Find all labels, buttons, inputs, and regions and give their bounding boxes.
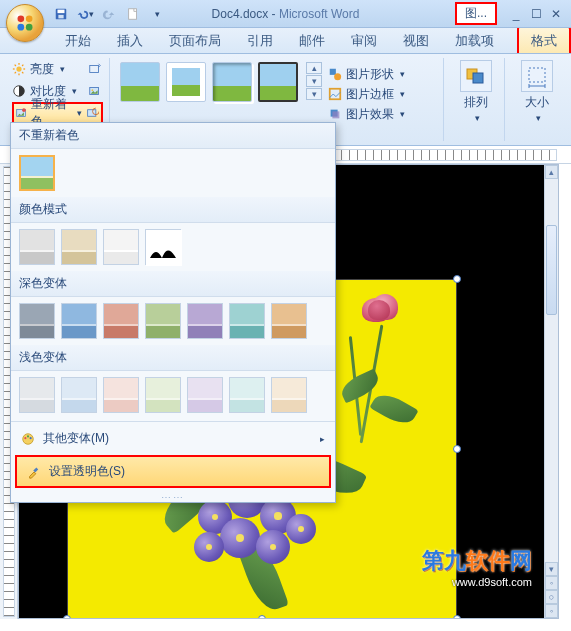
style-scroll-up[interactable]: ▴ [306, 62, 322, 74]
new-doc-button[interactable] [124, 5, 142, 23]
app-name: Microsoft Word [279, 7, 359, 21]
scroll-thumb[interactable] [546, 225, 557, 315]
arrange-button[interactable]: 排列▾ [454, 58, 498, 123]
tab-insert[interactable]: 插入 [104, 27, 156, 53]
brightness-icon [12, 62, 26, 76]
dark-variant-5[interactable] [229, 303, 265, 339]
style-scroll-down[interactable]: ▾ [306, 75, 322, 87]
picture-style-4[interactable] [258, 62, 298, 102]
resize-handle-e[interactable] [453, 445, 461, 453]
svg-rect-28 [332, 111, 339, 118]
close-button[interactable]: ✕ [547, 6, 565, 22]
compress-icon[interactable] [87, 62, 103, 76]
tab-mailings[interactable]: 邮件 [286, 27, 338, 53]
picture-style-2[interactable] [166, 62, 206, 102]
section-no-recolor: 不重新着色 [11, 123, 335, 149]
svg-line-14 [22, 72, 23, 73]
picture-shape-button[interactable]: 图片形状▾ [328, 64, 405, 84]
svg-rect-32 [146, 230, 182, 266]
svg-point-8 [16, 66, 21, 71]
color-mode-grayscale[interactable] [19, 229, 55, 265]
brightness-button[interactable]: 亮度▾ [12, 58, 103, 80]
dark-variant-1[interactable] [61, 303, 97, 339]
resize-handle-se[interactable] [453, 615, 461, 619]
dark-variant-3[interactable] [145, 303, 181, 339]
tab-addins[interactable]: 加载项 [442, 27, 507, 53]
prev-page-button[interactable]: ◦ [545, 576, 558, 590]
recolor-button[interactable]: 重新着色▾ [12, 102, 103, 124]
color-mode-washout[interactable] [103, 229, 139, 265]
svg-rect-24 [330, 69, 336, 75]
svg-rect-23 [88, 110, 96, 117]
light-variant-1[interactable] [61, 377, 97, 413]
svg-rect-17 [90, 66, 99, 73]
svg-point-34 [24, 437, 26, 439]
color-mode-bw[interactable] [145, 229, 181, 265]
picture-options: 图片形状▾ 图片边框▾ 图片效果▾ [328, 62, 405, 124]
svg-point-20 [92, 89, 94, 91]
undo-button[interactable]: ▾ [76, 5, 94, 23]
light-variant-5[interactable] [229, 377, 265, 413]
recolor-icon [16, 106, 27, 120]
minimize-button[interactable]: _ [507, 6, 525, 22]
change-picture-icon[interactable] [87, 84, 103, 98]
redo-button[interactable] [100, 5, 118, 23]
window-controls: 图... _ ☐ ✕ [455, 2, 571, 25]
svg-point-1 [26, 16, 33, 23]
size-icon [525, 64, 549, 88]
vertical-scrollbar[interactable]: ▴ ▾ ◦ ○ ◦ [544, 165, 558, 618]
dropdown-resize-grip[interactable]: ⋯⋯ [11, 492, 335, 502]
office-button[interactable] [6, 4, 44, 42]
qat-customize[interactable]: ▾ [148, 5, 166, 23]
group-size: 大小▾ [509, 58, 565, 141]
next-page-button[interactable]: ◦ [545, 604, 558, 618]
more-variations-item[interactable]: 其他变体(M) ▸ [11, 424, 335, 453]
color-mode-sepia[interactable] [61, 229, 97, 265]
svg-rect-5 [58, 9, 65, 13]
effects-icon [328, 107, 342, 121]
light-variant-2[interactable] [103, 377, 139, 413]
picture-style-1[interactable] [120, 62, 160, 102]
svg-point-35 [27, 435, 29, 437]
set-transparent-color-item[interactable]: 设置透明色(S) [15, 455, 331, 488]
dark-variant-4[interactable] [187, 303, 223, 339]
scroll-up-button[interactable]: ▴ [545, 165, 558, 179]
picture-effects-button[interactable]: 图片效果▾ [328, 104, 405, 124]
scroll-down-button[interactable]: ▾ [545, 562, 558, 576]
tab-home[interactable]: 开始 [52, 27, 104, 53]
titlebar: ▾ ▾ Doc4.docx - Microsoft Word 图... _ ☐ … [0, 0, 571, 28]
dark-variant-2[interactable] [103, 303, 139, 339]
window-title: Doc4.docx - Microsoft Word [212, 7, 360, 21]
resize-handle-s[interactable] [258, 615, 266, 619]
style-gallery-scroll: ▴ ▾ ▾ [306, 62, 322, 100]
light-variant-6[interactable] [271, 377, 307, 413]
light-variant-4[interactable] [187, 377, 223, 413]
style-gallery-more[interactable]: ▾ [306, 88, 322, 100]
save-button[interactable] [52, 5, 70, 23]
section-light-variants: 浅色变体 [11, 345, 335, 371]
tab-picture-format[interactable]: 格式 [517, 26, 571, 53]
svg-point-22 [22, 108, 26, 112]
tab-view[interactable]: 视图 [390, 27, 442, 53]
reset-picture-icon[interactable] [86, 106, 99, 120]
tab-page-layout[interactable]: 页面布局 [156, 27, 234, 53]
light-variant-3[interactable] [145, 377, 181, 413]
size-button[interactable]: 大小▾ [515, 58, 559, 123]
browse-object-button[interactable]: ○ [545, 590, 558, 604]
dark-variant-6[interactable] [271, 303, 307, 339]
picture-border-button[interactable]: 图片边框▾ [328, 84, 405, 104]
tab-references[interactable]: 引用 [234, 27, 286, 53]
maximize-button[interactable]: ☐ [527, 6, 545, 22]
recolor-option-none[interactable] [19, 155, 55, 191]
shape-icon [328, 67, 342, 81]
svg-point-0 [18, 16, 25, 23]
light-variant-0[interactable] [19, 377, 55, 413]
resize-handle-ne[interactable] [453, 275, 461, 283]
tab-review[interactable]: 审阅 [338, 27, 390, 53]
picture-style-3[interactable] [212, 62, 252, 102]
dark-variant-0[interactable] [19, 303, 55, 339]
rose-flower [358, 290, 402, 328]
svg-rect-30 [473, 73, 483, 83]
resize-handle-sw[interactable] [63, 615, 71, 619]
svg-rect-7 [129, 8, 137, 19]
